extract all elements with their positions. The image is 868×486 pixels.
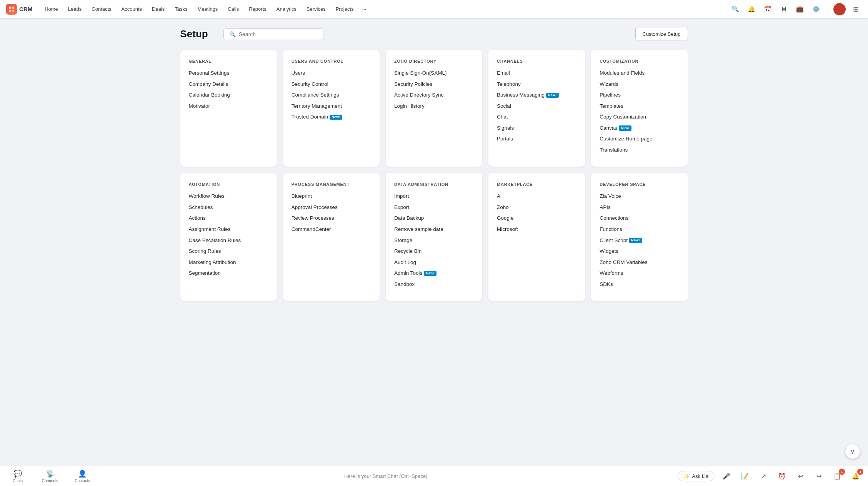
card-link-users-and-control-1[interactable]: Security Control [292, 81, 371, 88]
ask-lia-button[interactable]: ✨ Ask Lia [678, 471, 714, 481]
card-link-customization-6[interactable]: Customize Home page [600, 135, 679, 142]
customize-setup-button[interactable]: Customize Setup [635, 28, 688, 40]
card-link-data-administration-1[interactable]: Export [394, 204, 474, 211]
card-link-developer-space-5[interactable]: Widgets [600, 248, 679, 255]
card-link-general-0[interactable]: Personal Settings [189, 70, 268, 77]
card-link-customization-2[interactable]: Pipelines [600, 92, 679, 99]
card-link-developer-space-4[interactable]: Client ScriptNew! [600, 237, 679, 244]
card-link-customization-5[interactable]: CanvasNew! [600, 125, 679, 132]
user-avatar[interactable] [833, 3, 846, 15]
nav-services[interactable]: Services [302, 4, 330, 14]
card-link-data-administration-5[interactable]: Recycle Bin [394, 248, 474, 255]
card-link-users-and-control-4[interactable]: Trusted DomainNew! [292, 114, 371, 120]
card-link-channels-3[interactable]: Social [497, 103, 576, 110]
card-link-automation-5[interactable]: Scoring Rules [189, 248, 268, 255]
forward-icon[interactable]: ↪ [813, 470, 825, 483]
card-link-channels-4[interactable]: Chat [497, 114, 576, 120]
card-link-channels-2[interactable]: Business MessagingNew! [497, 92, 576, 99]
badge-icon-2[interactable]: 🔔 1 [850, 470, 862, 483]
card-link-process-management-3[interactable]: CommandCenter [292, 226, 371, 233]
clock-icon[interactable]: ⏰ [776, 470, 788, 483]
card-link-channels-5[interactable]: Signals [497, 125, 576, 132]
card-link-general-3[interactable]: Motivator [189, 103, 268, 110]
card-link-developer-space-7[interactable]: Webforms [600, 270, 679, 277]
nav-more[interactable]: ··· [359, 4, 370, 14]
apps-grid-icon[interactable]: ⊞ [850, 3, 862, 15]
card-link-automation-6[interactable]: Marketing Attribution [189, 259, 268, 266]
card-link-customization-3[interactable]: Templates [600, 103, 679, 110]
search-icon[interactable]: 🔍 [729, 3, 741, 15]
nav-analytics[interactable]: Analytics [272, 4, 301, 14]
card-link-data-administration-4[interactable]: Storage [394, 237, 474, 244]
nav-accounts[interactable]: Accounts [117, 4, 147, 14]
app-logo[interactable]: CRM [6, 4, 32, 15]
back-icon[interactable]: ↩ [794, 470, 806, 483]
badge-icon[interactable]: 📋 1 [831, 470, 843, 483]
card-link-process-management-1[interactable]: Approval Processes [292, 204, 371, 211]
card-link-developer-space-2[interactable]: Connections [600, 215, 679, 222]
briefcase-icon[interactable]: 💼 [794, 3, 806, 15]
card-link-zoho-directory-3[interactable]: Login History [394, 103, 474, 110]
card-link-zoho-directory-1[interactable]: Security Policies [394, 81, 474, 88]
card-link-developer-space-1[interactable]: APIs [600, 204, 679, 211]
card-link-automation-7[interactable]: Segmentation [189, 270, 268, 277]
card-link-customization-7[interactable]: Translations [600, 147, 679, 154]
card-link-data-administration-3[interactable]: Remove sample data [394, 226, 474, 233]
nav-projects[interactable]: Projects [331, 4, 358, 14]
card-link-marketplace-0[interactable]: All [497, 193, 576, 200]
scroll-down-button[interactable]: ∨ [845, 444, 860, 459]
card-link-zoho-directory-0[interactable]: Single Sign-On(SAML) [394, 70, 474, 77]
nav-contacts[interactable]: Contacts [87, 4, 116, 14]
mic-icon[interactable]: 🎤 [720, 470, 733, 483]
card-link-customization-0[interactable]: Modules and Fields [600, 70, 679, 77]
bottom-channels[interactable]: 📡 Channels [38, 469, 62, 483]
card-link-automation-4[interactable]: Case Escalation Rules [189, 237, 268, 244]
card-link-automation-2[interactable]: Actions [189, 215, 268, 222]
card-link-marketplace-2[interactable]: Google [497, 215, 576, 222]
card-link-customization-1[interactable]: Wizards [600, 81, 679, 88]
card-link-channels-1[interactable]: Telephony [497, 81, 576, 88]
bottom-contacts[interactable]: 👤 Contacts [71, 469, 94, 483]
card-link-channels-6[interactable]: Portals [497, 135, 576, 142]
note-icon[interactable]: 📝 [739, 470, 751, 483]
card-link-general-2[interactable]: Calendar Booking [189, 92, 268, 99]
card-link-general-1[interactable]: Company Details [189, 81, 268, 88]
card-link-users-and-control-2[interactable]: Compliance Settings [292, 92, 371, 99]
smart-chat-placeholder[interactable]: Here is your Smart Chat (Ctrl+Space) [94, 473, 678, 479]
notifications-icon[interactable]: 🔔 [745, 3, 758, 15]
nav-deals[interactable]: Deals [147, 4, 169, 14]
card-link-process-management-2[interactable]: Review Processes [292, 215, 371, 222]
nav-home[interactable]: Home [40, 4, 63, 14]
nav-meetings[interactable]: Meetings [193, 4, 223, 14]
share-icon[interactable]: ↗ [757, 470, 770, 483]
settings-icon[interactable]: ⚙️ [810, 3, 822, 15]
card-link-data-administration-2[interactable]: Data Backup [394, 215, 474, 222]
card-link-automation-3[interactable]: Assignment Rules [189, 226, 268, 233]
card-link-developer-space-3[interactable]: Functions [600, 226, 679, 233]
card-link-data-administration-8[interactable]: Sandbox [394, 281, 474, 288]
search-input[interactable] [239, 31, 318, 37]
card-link-data-administration-6[interactable]: Audit Log [394, 259, 474, 266]
nav-reports[interactable]: Reports [244, 4, 271, 14]
card-link-automation-1[interactable]: Schedules [189, 204, 268, 211]
card-link-marketplace-3[interactable]: Microsoft [497, 226, 576, 233]
card-link-marketplace-1[interactable]: Zoho [497, 204, 576, 211]
card-link-automation-0[interactable]: Workflow Rules [189, 193, 268, 200]
card-link-developer-space-0[interactable]: Zia Voice [600, 193, 679, 200]
bottom-chats[interactable]: 💬 Chats [6, 469, 29, 483]
card-link-developer-space-8[interactable]: SDKs [600, 281, 679, 288]
card-link-data-administration-7[interactable]: Admin ToolsNew! [394, 270, 474, 277]
card-link-users-and-control-0[interactable]: Users [292, 70, 371, 77]
card-link-channels-0[interactable]: Email [497, 70, 576, 77]
card-link-zoho-directory-2[interactable]: Active Directory Sync [394, 92, 474, 99]
nav-calls[interactable]: Calls [223, 4, 243, 14]
nav-leads[interactable]: Leads [63, 4, 86, 14]
card-link-developer-space-6[interactable]: Zoho CRM Variables [600, 259, 679, 266]
card-link-process-management-0[interactable]: Blueprint [292, 193, 371, 200]
screen-icon[interactable]: 🖥 [778, 3, 790, 15]
card-link-customization-4[interactable]: Copy Customization [600, 114, 679, 120]
card-link-users-and-control-3[interactable]: Territory Management [292, 103, 371, 110]
calendar-icon[interactable]: 📅 [761, 3, 774, 15]
nav-tasks[interactable]: Tasks [170, 4, 192, 14]
card-link-data-administration-0[interactable]: Import [394, 193, 474, 200]
